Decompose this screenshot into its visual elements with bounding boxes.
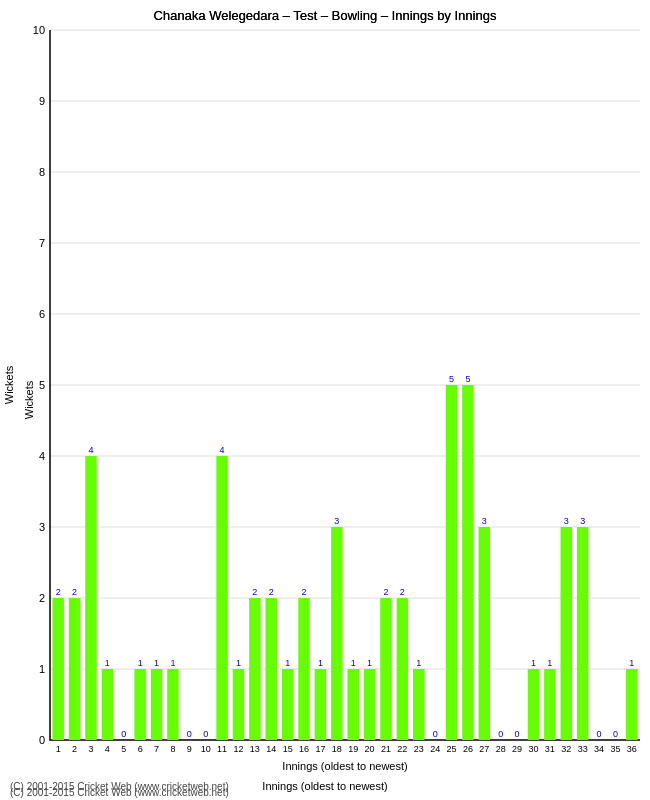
chart-container: Chanaka Welegedara – Test – Bowling – In… (0, 0, 650, 800)
